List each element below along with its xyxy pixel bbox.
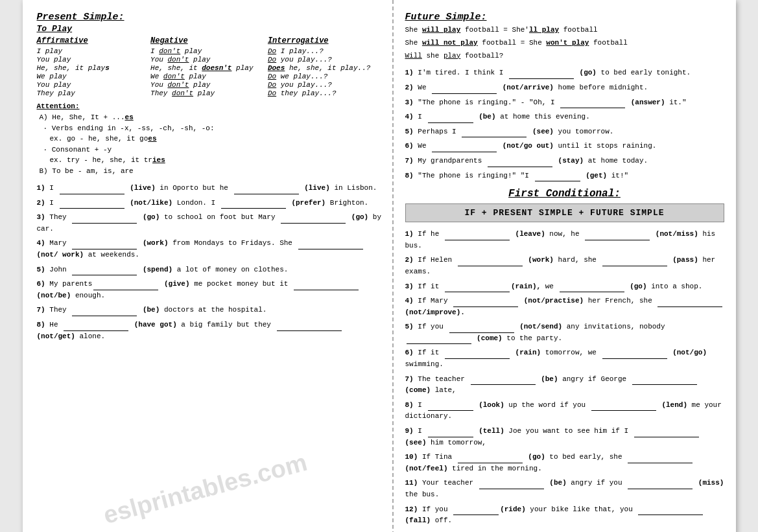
blank bbox=[445, 240, 510, 240]
list-item: 8) He (have got) a big family but they (… bbox=[37, 319, 382, 342]
blank bbox=[462, 137, 527, 137]
list-item: 3) They (go) to school on foot but Mary … bbox=[37, 212, 382, 235]
blank bbox=[445, 292, 510, 292]
list-item: 1) I'm tired. I think I (go) to bed earl… bbox=[405, 67, 724, 79]
blank bbox=[458, 463, 523, 463]
blank bbox=[602, 358, 667, 359]
neg-header: Negative bbox=[150, 36, 268, 45]
blank bbox=[445, 358, 510, 359]
list-item: 2) We (not/arrive) home before midnight. bbox=[405, 82, 724, 94]
list-item: 5) John (spend) a lot of money on clothe… bbox=[37, 264, 382, 276]
blank bbox=[428, 410, 473, 411]
table-row: You play You don't play Do you play...? bbox=[37, 81, 382, 89]
if-box: IF + PRESENT SIMPLE + FUTURE SIMPLE bbox=[405, 203, 724, 222]
blank bbox=[591, 410, 656, 411]
first-cond-title: First Conditional: bbox=[405, 188, 724, 200]
blank bbox=[638, 515, 703, 515]
blank bbox=[585, 240, 650, 240]
blank bbox=[234, 194, 299, 194]
blank bbox=[93, 290, 158, 290]
list-item: 11) Your teacher (be) angry if you (miss… bbox=[405, 478, 724, 500]
left-subtitle: To Play bbox=[37, 24, 382, 34]
example-2: She will not play football = She won't p… bbox=[405, 37, 724, 50]
list-item: 5) If you (not/send) any invitations, no… bbox=[405, 321, 724, 344]
blank bbox=[560, 108, 625, 108]
future-examples: She will play football = She'll play foo… bbox=[405, 24, 724, 62]
blank bbox=[479, 489, 544, 489]
attention-box: Attention: A) He, She, It + ...es · Verb… bbox=[37, 102, 382, 176]
blank bbox=[72, 275, 137, 275]
blank bbox=[628, 463, 693, 463]
list-item: 1) If he (leave) now, he (not/miss) his … bbox=[405, 229, 724, 251]
list-item: 12) If you (ride) your bike like that, y… bbox=[405, 504, 724, 527]
first-conditional-exercises: 1) If he (leave) now, he (not/miss) his … bbox=[405, 229, 724, 527]
blank bbox=[449, 332, 514, 333]
column-headers: Affirmative Negative Interrogative bbox=[37, 36, 382, 45]
attention-title: Attention: bbox=[37, 102, 382, 110]
blank bbox=[602, 266, 667, 266]
blank bbox=[488, 167, 552, 167]
list-item: 8) "The phone is ringing!" "I (get) it!" bbox=[405, 170, 724, 182]
example-3: Will she play football? bbox=[405, 50, 724, 63]
list-item: 3) If it (rain), we (go) into a shop. bbox=[405, 281, 724, 293]
blank bbox=[509, 78, 574, 79]
future-simple-exercises: 1) I'm tired. I think I (go) to bed earl… bbox=[405, 67, 724, 181]
blank bbox=[535, 181, 580, 181]
list-item: 7) My grandparents (stay) at home today. bbox=[405, 156, 724, 167]
aff-header: Affirmative bbox=[37, 36, 151, 45]
blank bbox=[560, 292, 624, 292]
present-simple-exercises: 1) I (live) in Oporto but he (live) in L… bbox=[37, 183, 382, 342]
table-row: I play I don't play Do I play...? bbox=[37, 47, 382, 55]
blank bbox=[471, 384, 536, 385]
list-item: 4) Mary (work) from Mondays to Fridays. … bbox=[37, 238, 382, 260]
blank bbox=[453, 515, 499, 515]
blank bbox=[628, 489, 693, 489]
blank bbox=[294, 290, 359, 290]
blank bbox=[657, 306, 722, 307]
table-row: He, she, it plays He, she, it doesn't pl… bbox=[37, 64, 382, 72]
blank bbox=[634, 437, 699, 437]
table-row: They play They don't play Do they play..… bbox=[37, 89, 382, 97]
blank bbox=[458, 266, 523, 266]
blank bbox=[281, 223, 346, 224]
blank bbox=[298, 249, 363, 249]
worksheet: Present Simple: To Play Affirmative Nega… bbox=[23, 0, 736, 532]
example-1: She will play football = She'll play foo… bbox=[405, 24, 724, 37]
conjugation-table: I play I don't play Do I play...? You pl… bbox=[37, 47, 382, 97]
blank bbox=[72, 223, 137, 224]
list-item: 5) Perhaps I (see) you tomorrow. bbox=[405, 126, 724, 138]
blank bbox=[221, 208, 286, 209]
blank bbox=[407, 343, 471, 344]
blank bbox=[428, 122, 473, 123]
blank bbox=[428, 437, 473, 437]
list-item: 2) I (not/like) London. I (prefer) Brigh… bbox=[37, 198, 382, 209]
blank bbox=[277, 330, 342, 331]
list-item: 3) "The phone is ringing." - "Oh, I (ans… bbox=[405, 97, 724, 109]
list-item: 1) I (live) in Oporto but he (live) in L… bbox=[37, 183, 382, 194]
blank bbox=[60, 194, 124, 194]
list-item: 9) I (tell) Joe you want to see him if I… bbox=[405, 426, 724, 448]
list-item: 4) I (be) at home this evening. bbox=[405, 111, 724, 123]
list-item: 4) If Mary (not/practise) her French, sh… bbox=[405, 295, 724, 318]
blank bbox=[432, 93, 497, 94]
right-panel: Future Simple: She will play football = … bbox=[394, 0, 736, 532]
blank bbox=[64, 330, 128, 331]
list-item: 6) If it (rain) tomorrow, we (not/go) sw… bbox=[405, 347, 724, 370]
blank bbox=[72, 316, 137, 316]
list-item: 6) My parents (give) me pocket money but… bbox=[37, 279, 382, 301]
blank bbox=[60, 208, 124, 209]
list-item: 2) If Helen (work) hard, she (pass) her … bbox=[405, 255, 724, 277]
blank bbox=[432, 152, 497, 152]
blank bbox=[632, 384, 697, 385]
int-header: Interrogative bbox=[268, 36, 382, 45]
blank bbox=[72, 249, 137, 249]
blank bbox=[453, 306, 518, 307]
list-item: 10) If Tina (go) to bed early, she (not/… bbox=[405, 452, 724, 474]
list-item: 7) They (be) doctors at the hospital. bbox=[37, 305, 382, 316]
left-title: Present Simple: bbox=[37, 12, 382, 23]
right-title: Future Simple: bbox=[405, 12, 724, 23]
list-item: 7) The teacher (be) angry if George (com… bbox=[405, 374, 724, 397]
list-item: 6) We (not/go out) until it stops rainin… bbox=[405, 141, 724, 152]
list-item: 8) I (look) up the word if you (lend) me… bbox=[405, 400, 724, 422]
table-row: You play You don't play Do you play...? bbox=[37, 56, 382, 64]
